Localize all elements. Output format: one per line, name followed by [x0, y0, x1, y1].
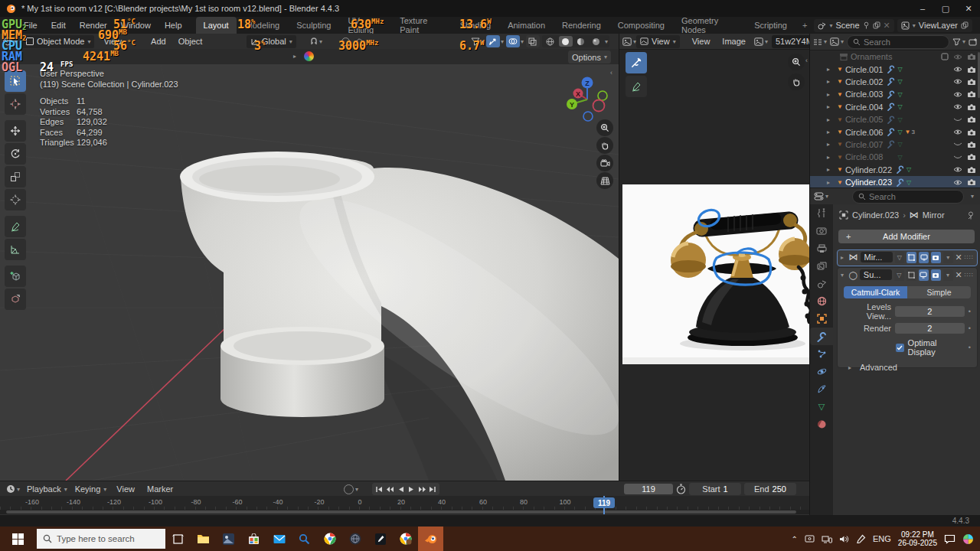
ie-menu-image[interactable]: Image [716, 37, 752, 46]
extrude-tool[interactable] [5, 289, 26, 310]
camera-visibility-icon[interactable] [967, 78, 976, 86]
next-keyframe-button[interactable] [416, 483, 427, 495]
playhead-badge[interactable]: 119 [593, 497, 615, 508]
render-levels-field[interactable]: 2 [895, 323, 965, 334]
catmull-clark-button[interactable]: Catmull-Clark [844, 286, 907, 298]
modifier-extras-icon[interactable]: ▾ [943, 269, 953, 281]
viewport-canvas[interactable]: User Perspective (119) Scene Collection … [0, 64, 619, 481]
task-view-button[interactable] [165, 527, 191, 551]
gizmos-toggle[interactable]: ▾ [486, 35, 504, 47]
show-realtime-icon[interactable] [919, 252, 929, 263]
tray-device-icon[interactable] [805, 535, 815, 543]
clock[interactable]: 09:22 PM 26-09-2025 [898, 530, 937, 547]
start-frame-field[interactable]: Start1 [689, 483, 741, 495]
outliner-row[interactable]: ▸ ▼ Cylinder.022 ▽ ▼ [810, 164, 980, 176]
object-name[interactable]: Circle.003 [845, 90, 884, 99]
language-indicator[interactable]: ENG [873, 534, 891, 543]
add-primitive-tool[interactable] [5, 266, 26, 287]
modifier-name-field[interactable]: Mir... [861, 252, 893, 262]
auto-keyframe-icon[interactable] [344, 484, 354, 494]
eye-open-icon[interactable] [953, 129, 962, 135]
workspace-tab[interactable]: Rendering [554, 17, 609, 34]
overlays-toggle[interactable]: ▾ [506, 35, 524, 47]
delete-modifier-icon[interactable]: ✕ [956, 253, 962, 262]
subdivision-modifier-panel[interactable]: ▾ ◯ Su... ▽ ▾ ✕ ∷∷ Catmull-Clark Simple … [837, 267, 978, 368]
ie-sidebar-collapse-icon[interactable]: ‹ [805, 57, 808, 64]
taskbar-search-input[interactable]: Type here to search [37, 529, 165, 549]
eye-open-icon[interactable] [953, 66, 962, 73]
outliner-filter-icon[interactable]: ▾ [952, 38, 965, 46]
show-in-editmode-off-icon[interactable]: ▽ [895, 252, 905, 263]
show-in-editmode-off-icon[interactable]: ▽ [894, 269, 904, 281]
camera-visibility-icon[interactable] [967, 90, 976, 98]
view-layer-selector[interactable]: ▾ ViewLayer [897, 19, 972, 32]
image-datablock-icon[interactable]: ▾ [752, 37, 770, 46]
tab-output[interactable] [810, 240, 833, 257]
panel-collapse-icon[interactable]: ▾ [841, 272, 847, 279]
workspace-tab[interactable]: Geometry Nodes [674, 17, 745, 34]
current-frame-field[interactable]: 119 [624, 484, 673, 494]
ie-menu-view[interactable]: View [686, 37, 717, 46]
tab-view-layer[interactable] [810, 257, 833, 275]
search-app-icon[interactable] [292, 527, 317, 551]
close-button[interactable]: ✕ [957, 0, 980, 17]
outliner-row[interactable]: ▸ ▼ Circle.007 ▽ ▼ [810, 139, 980, 151]
expand-icon[interactable]: ▸ [827, 166, 835, 173]
expand-icon[interactable]: ▸ [827, 91, 835, 98]
start-button[interactable] [0, 527, 35, 551]
blender-taskbar-icon[interactable] [418, 527, 443, 551]
pan-view-icon[interactable] [596, 137, 613, 154]
keying-dropdown[interactable]: Keying▾ [71, 483, 111, 496]
sample-tool[interactable] [626, 52, 647, 73]
workspace-tab[interactable]: Texture Paint [392, 17, 451, 34]
measure-tool[interactable] [5, 239, 26, 260]
eye-open-icon[interactable] [953, 103, 962, 110]
outliner-search-input[interactable]: Search [847, 35, 949, 49]
workspace-tab[interactable]: Scripting [746, 17, 795, 34]
camera-visibility-icon[interactable] [967, 166, 976, 174]
object-name[interactable]: Cylinder.022 [845, 165, 892, 174]
timeline-ruler[interactable]: -160-140-120-100-80-60-40-20020406080100 [0, 496, 809, 510]
optimal-display-checkbox[interactable] [896, 344, 904, 352]
transform-tool[interactable] [5, 189, 26, 210]
workspace-tab[interactable]: Layout [196, 17, 237, 34]
browser-globe-icon[interactable] [342, 527, 368, 551]
timeline-menu-marker[interactable]: Marker [141, 484, 179, 494]
delete-modifier-icon[interactable]: ✕ [956, 270, 962, 280]
object-name[interactable]: Cylinder.023 [845, 178, 892, 187]
eye-open-icon[interactable] [953, 166, 962, 173]
pin-icon[interactable] [863, 21, 870, 29]
play-button[interactable] [406, 483, 416, 495]
cursor-tool[interactable] [5, 93, 26, 115]
pan-image-icon[interactable] [788, 73, 805, 90]
outliner-row[interactable]: ▸ ▼ Cylinder.023 ▽ ▼ [810, 176, 980, 188]
outliner-row[interactable]: ▸ ▼ Circle.001 ▽ ▼ [810, 63, 980, 75]
outliner-row[interactable]: ▸ ▼ Circle.002 ▽ ▼ [810, 76, 980, 88]
tray-expand-icon[interactable]: ⌃ [792, 535, 798, 543]
move-tool[interactable] [5, 120, 26, 142]
chrome-icon[interactable] [317, 527, 342, 551]
shading-material-icon[interactable] [574, 36, 588, 47]
auto-keyframe-options-icon[interactable]: ▾ [355, 486, 358, 493]
eye-open-icon[interactable] [953, 179, 962, 186]
drag-handle-icon[interactable]: ∷∷ [965, 254, 974, 261]
show-on-cage-icon[interactable] [906, 269, 916, 281]
advanced-label[interactable]: Advanced [860, 363, 897, 372]
editor-type-timeline-icon[interactable]: ▾ [3, 484, 23, 494]
snapping-controls[interactable]: ▾ [309, 37, 322, 46]
simple-button[interactable]: Simple [907, 286, 971, 298]
modifier-name-field[interactable]: Su... [860, 269, 892, 280]
panel-expand-icon[interactable]: ▸ [841, 254, 847, 261]
xray-toggle[interactable] [526, 35, 540, 47]
tab-constraints[interactable] [810, 380, 833, 398]
annotate-tool[interactable] [626, 76, 647, 97]
widgets-icon[interactable] [962, 533, 974, 545]
tab-material[interactable] [810, 416, 833, 433]
animate-decorator[interactable]: • [969, 324, 971, 332]
options-dropdown[interactable]: Options▾ [568, 51, 611, 64]
camera-visibility-icon[interactable] [967, 66, 976, 73]
outliner-row[interactable]: ▸ ▼ Circle.008 ▽ ▼ [810, 151, 980, 163]
action-center-icon[interactable] [944, 534, 956, 544]
rotate-tool[interactable] [5, 143, 26, 165]
camera-visibility-icon[interactable] [967, 116, 976, 123]
